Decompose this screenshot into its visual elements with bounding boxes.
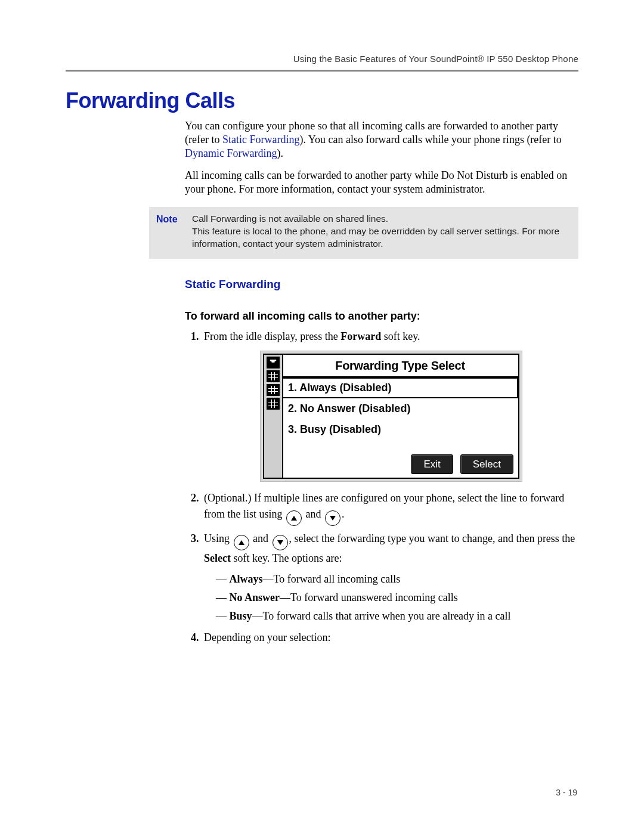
handset-icon — [267, 357, 280, 368]
select-softkey: Select — [460, 454, 513, 475]
options-list: Always—To forward all incoming calls No … — [216, 570, 578, 625]
header-rule — [66, 70, 578, 72]
lcd-main: Forwarding Type Select 1. Always (Disabl… — [282, 355, 518, 478]
running-header: Using the Basic Features of Your SoundPo… — [66, 54, 578, 64]
text: , select the forwarding type you want to… — [289, 532, 575, 544]
text: —To forward calls that arrive when you a… — [252, 610, 511, 622]
text: From the idle display, press the — [204, 330, 340, 342]
option-label: Always — [230, 573, 263, 585]
text: (Optional.) If multiple lines are config… — [204, 492, 564, 520]
note-label: Note — [156, 213, 192, 250]
note-line: This feature is local to the phone, and … — [192, 225, 571, 250]
arrow-up-icon — [286, 510, 302, 526]
lcd-menu-item-busy: 3. Busy (Disabled) — [282, 419, 518, 440]
forward-softkey-label: Forward — [340, 330, 381, 342]
exit-softkey: Exit — [411, 454, 453, 475]
text: Using — [204, 532, 233, 544]
text: and — [303, 508, 324, 520]
lcd-title: Forwarding Type Select — [282, 355, 518, 377]
arrow-down-icon — [325, 510, 340, 526]
static-forwarding-section: Static Forwarding To forward all incomin… — [185, 278, 578, 646]
step-3: Using and , select the forwarding type y… — [202, 531, 578, 625]
procedure-steps: From the idle display, press the Forward… — [185, 329, 578, 646]
text: ). — [277, 147, 283, 159]
option-always: Always—To forward all incoming calls — [216, 570, 578, 589]
text: Depending on your selection: — [204, 631, 330, 643]
text: ). You can also forward calls while your… — [299, 134, 561, 145]
arrow-up-icon — [234, 535, 249, 550]
text: —To forward all incoming calls — [263, 573, 401, 585]
lcd-menu-item-no-answer: 2. No Answer (Disabled) — [282, 398, 518, 419]
page: Using the Basic Features of Your SoundPo… — [0, 0, 644, 833]
step-1: From the idle display, press the Forward… — [202, 329, 578, 482]
option-label: No Answer — [230, 592, 280, 603]
note-block: Note Call Forwarding is not available on… — [149, 207, 578, 259]
note-line: Call Forwarding is not available on shar… — [192, 213, 571, 225]
page-number: 3 - 19 — [556, 788, 577, 797]
arrow-down-icon — [273, 535, 288, 550]
keypad-icon — [267, 370, 280, 382]
dynamic-forwarding-link[interactable]: Dynamic Forwarding — [185, 147, 277, 159]
lcd-menu-item-always: 1. Always (Disabled) — [282, 377, 518, 398]
text: . — [342, 508, 345, 520]
step-2: (Optional.) If multiple lines are config… — [202, 490, 578, 526]
lcd-sidebar — [264, 355, 283, 478]
text: soft key. — [381, 330, 420, 342]
select-softkey-label: Select — [204, 552, 231, 564]
intro-paragraph-1: You can configure your phone so that all… — [185, 119, 578, 160]
procedure-heading: To forward all incoming calls to another… — [185, 310, 578, 323]
text: —To forward unanswered incoming calls — [280, 592, 458, 603]
section-title: Forwarding Calls — [66, 88, 578, 113]
intro-block: You can configure your phone so that all… — [185, 119, 578, 196]
lcd-softkey-row: Exit Select — [282, 451, 518, 478]
keypad-icon — [267, 384, 280, 396]
subsection-heading: Static Forwarding — [185, 278, 578, 291]
intro-paragraph-2: All incoming calls can be forwarded to a… — [185, 169, 578, 196]
lcd-screen: Forwarding Type Select 1. Always (Disabl… — [263, 354, 519, 479]
option-no-answer: No Answer—To forward unanswered incoming… — [216, 589, 578, 607]
lcd-screenshot: Forwarding Type Select 1. Always (Disabl… — [260, 351, 522, 482]
static-forwarding-link[interactable]: Static Forwarding — [222, 134, 299, 145]
text: soft key. The options are: — [231, 552, 342, 564]
keypad-icon — [267, 398, 280, 410]
step-4: Depending on your selection: — [202, 630, 578, 646]
option-label: Busy — [230, 610, 252, 622]
option-busy: Busy—To forward calls that arrive when y… — [216, 607, 578, 625]
text: and — [250, 532, 271, 544]
note-body: Call Forwarding is not available on shar… — [192, 213, 571, 250]
